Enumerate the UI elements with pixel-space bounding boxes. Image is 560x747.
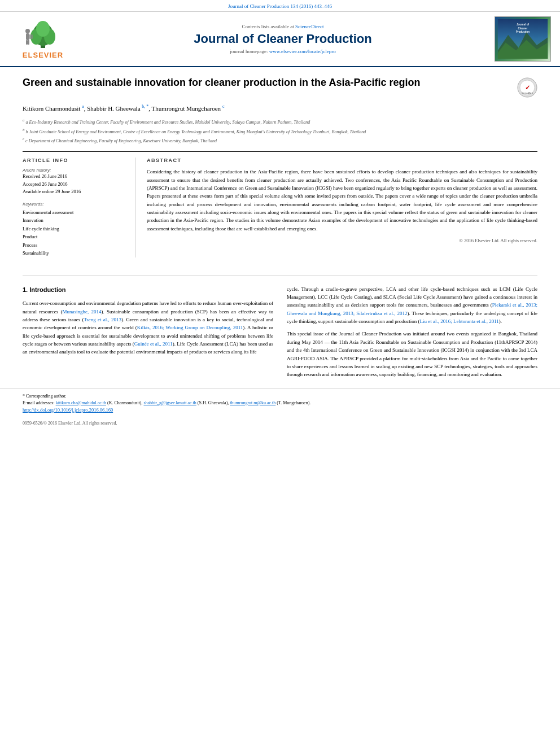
svg-rect-9 [29, 34, 33, 39]
ref-piekarski[interactable]: Piekarski et al., 2013; Gheewala and Mun… [287, 302, 537, 316]
keyword-1: Environmental assessment [23, 208, 126, 216]
page-wrapper: Journal of Cleaner Production 134 (2016)… [0, 0, 560, 747]
keywords-section: Keywords: Environmental assessment Innov… [23, 202, 126, 257]
doi-link[interactable]: http://dx.doi.org/10.1016/j.jclepro.2016… [23, 407, 113, 413]
journal-title: Journal of Cleaner Production [77, 32, 489, 46]
body-para-1: Current over-consumption and environment… [23, 299, 273, 356]
body-para-3: This special issue of the Journal of Cle… [287, 330, 537, 378]
svg-rect-8 [28, 40, 29, 45]
svg-text:Journal of: Journal of [517, 23, 530, 26]
svg-text:CrossMark: CrossMark [522, 91, 532, 94]
sciencedirect-link[interactable]: Contents lists available at ScienceDirec… [77, 24, 489, 29]
keyword-3: Life cycle thinking [23, 225, 126, 233]
svg-text:Cleaner: Cleaner [518, 27, 528, 30]
svg-text:✓: ✓ [525, 84, 530, 91]
article-content: Green and sustainable innovation for cle… [0, 67, 560, 267]
email-link-thumrongrut[interactable]: thumrongrut.m@ku.ac.th [230, 400, 275, 405]
sciencedirect-anchor[interactable]: ScienceDirect [295, 24, 323, 29]
corresponding-note: * Corresponding author. [23, 393, 537, 400]
body-two-col: 1. Introduction Current over-consumption… [0, 285, 560, 383]
article-info-abstract: ARTICLE INFO Article history: Received 2… [23, 151, 537, 257]
svg-point-5 [25, 29, 30, 33]
abstract-heading: ABSTRACT [147, 158, 537, 163]
abstract-text: Considering the history of cleaner produ… [147, 168, 537, 245]
received-date: Received 26 June 2016 [23, 173, 126, 181]
email-link[interactable]: kitikorn.cha@mahidol.ac.th [56, 400, 106, 405]
section1-title: 1. Introduction [23, 285, 273, 295]
svg-text:Production: Production [516, 30, 530, 33]
elsevier-logo-area: ELSEVIER [9, 19, 77, 59]
body-para-2: cycle. Through a cradle-to-grave perspec… [287, 285, 537, 326]
article-title: Green and sustainable innovation for cle… [23, 76, 511, 89]
article-info-col: ARTICLE INFO Article history: Received 2… [23, 158, 135, 257]
svg-rect-6 [26, 33, 29, 40]
sciencedirect-label: Contents lists available at [242, 24, 295, 29]
journal-header: ELSEVIER Contents lists available at Sci… [0, 12, 560, 67]
available-date: Available online 29 June 2016 [23, 188, 126, 196]
svg-point-4 [36, 21, 50, 37]
journal-cover-area: Journal of Cleaner Production [489, 16, 551, 62]
body-col-left: 1. Introduction Current over-consumption… [23, 285, 273, 383]
journal-citation-bar: Journal of Cleaner Production 134 (2016)… [0, 0, 560, 12]
affiliation-b: b b Joint Graduate School of Energy and … [23, 127, 537, 136]
elsevier-tree-icon [20, 19, 65, 50]
issn-line: 0959-6526/© 2016 Elsevier Ltd. All right… [0, 418, 560, 428]
elsevier-block: ELSEVIER [9, 19, 77, 59]
ref-guinee[interactable]: Guinée et al., 2011 [134, 341, 173, 347]
doi-line: http://dx.doi.org/10.1016/j.jclepro.2016… [23, 407, 537, 414]
homepage-url[interactable]: www.elsevier.com/locate/jclepro [269, 49, 336, 54]
separator [23, 276, 537, 276]
keywords-list: Environmental assessment Innovation Life… [23, 208, 126, 257]
ref-liu[interactable]: Liu et al., 2016; Lehtoranta et al., 201… [419, 318, 498, 324]
footnote-section: * Corresponding author. E-mail addresses… [0, 388, 560, 418]
journal-citation: Journal of Cleaner Production 134 (2016)… [228, 3, 332, 9]
keyword-6: Sustainability [23, 249, 126, 257]
body-col-right: cycle. Through a cradle-to-grave perspec… [287, 285, 537, 383]
crossmark-icon: ✓ CrossMark [517, 77, 537, 98]
keyword-2: Innovation [23, 216, 126, 224]
article-dates: Article history: Received 26 June 2016 A… [23, 168, 126, 196]
homepage-link[interactable]: journal homepage: www.elsevier.com/locat… [77, 49, 489, 54]
journal-header-center: Contents lists available at ScienceDirec… [77, 24, 489, 54]
abstract-paragraph: Considering the history of cleaner produ… [147, 168, 537, 233]
email-label: E-mail addresses: [23, 400, 55, 405]
svg-rect-7 [26, 40, 28, 45]
email-link-shabbir[interactable]: shabbir_g@jgsee.kmutt.ac.th [143, 400, 196, 405]
affiliation-a: a a Eco-Industry Research and Training C… [23, 117, 537, 126]
journal-cover-svg: Journal of Cleaner Production [496, 19, 550, 59]
ref-kilkis[interactable]: Kilkis, 2016; Working Group on Decouplin… [137, 325, 243, 330]
accepted-date: Accepted 26 June 2016 [23, 181, 126, 189]
abstract-col: ABSTRACT Considering the history of clea… [147, 158, 537, 257]
elsevier-label: ELSEVIER [23, 51, 63, 59]
authors-line: Kitikorn Charmondusit a, Shabbir H. Ghee… [23, 103, 537, 113]
keyword-5: Process [23, 241, 126, 249]
keyword-4: Product [23, 233, 126, 241]
keywords-label: Keywords: [23, 202, 126, 207]
article-info-heading: ARTICLE INFO [23, 158, 126, 163]
homepage-label: journal homepage: [230, 49, 269, 54]
crossmark-area: ✓ CrossMark [517, 77, 537, 99]
affiliations: a a Eco-Industry Research and Training C… [23, 117, 537, 145]
affiliation-c: c c Department of Chemical Engineering, … [23, 136, 537, 145]
journal-cover-image: Journal of Cleaner Production [495, 16, 551, 62]
history-label: Article history: [23, 168, 126, 173]
email-note: E-mail addresses: kitikorn.cha@mahidol.a… [23, 400, 537, 407]
ref-tseng[interactable]: Tseng et al., 2013 [84, 317, 121, 322]
copyright-line: © 2016 Elsevier Ltd. All rights reserved… [147, 237, 537, 245]
ref-munasinghe[interactable]: Munasinghe, 2014 [62, 309, 101, 314]
